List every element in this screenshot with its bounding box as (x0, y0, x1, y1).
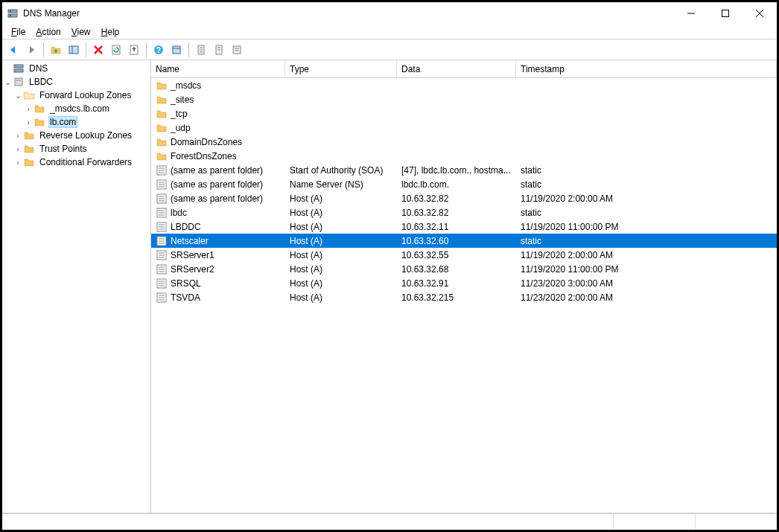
cell-type: Host (A) (285, 222, 397, 232)
tree-label: Conditional Forwarders (38, 157, 133, 167)
tree-node-rlz[interactable]: › Reverse Lookup Zones (2, 129, 150, 142)
record-icon (156, 249, 168, 261)
record-icon (156, 207, 168, 219)
list-row[interactable]: LBDDCHost (A)10.63.32.1111/19/2020 11:00… (151, 219, 777, 234)
list-row[interactable]: SRSQLHost (A)10.63.32.9111/23/2020 3:00:… (151, 276, 777, 290)
list-row[interactable]: DomainDnsZones (151, 135, 777, 149)
maximize-button[interactable] (708, 2, 743, 25)
tree-node-msdcs[interactable]: › _msdcs.lb.com (2, 102, 150, 115)
folder-icon (23, 143, 35, 155)
list-row[interactable]: _sites (151, 92, 777, 106)
chevron-down-icon[interactable]: ⌄ (2, 77, 13, 87)
column-header-data[interactable]: Data (397, 60, 516, 77)
list-row[interactable]: _udp (151, 121, 777, 135)
folder-icon (23, 156, 35, 168)
list-row[interactable]: _msdcs (151, 78, 777, 92)
list-row[interactable]: (same as parent folder)Host (A)10.63.32.… (151, 191, 777, 205)
svg-rect-23 (233, 46, 241, 54)
column-header-name[interactable]: Name (151, 60, 285, 77)
delete-button[interactable] (90, 42, 106, 58)
list-row[interactable]: SRServer2Host (A)10.63.32.6811/19/2020 1… (151, 262, 777, 276)
titlebar: DNS Manager (2, 2, 777, 25)
list-row[interactable]: lbdcHost (A)10.63.32.82static (151, 205, 777, 219)
cell-type: Name Server (NS) (285, 179, 397, 190)
tree-node-dns[interactable]: DNS (2, 62, 150, 75)
app-window: DNS Manager File Action View Help ? (1, 1, 778, 531)
svg-rect-29 (16, 80, 21, 81)
refresh-button[interactable] (108, 42, 124, 58)
menu-file[interactable]: File (7, 25, 30, 39)
menu-help[interactable]: Help (97, 25, 124, 39)
toolbar: ? (2, 39, 777, 60)
tree-node-flz[interactable]: ⌄ Forward Lookup Zones (2, 89, 150, 102)
tree-pane[interactable]: DNS ⌄ LBDC ⌄ Forward Lookup Zones › _msd… (2, 60, 151, 513)
main-pane: DNS ⌄ LBDC ⌄ Forward Lookup Zones › _msd… (2, 60, 777, 513)
tree-node-cf[interactable]: › Conditional Forwarders (2, 156, 150, 169)
list-row[interactable]: (same as parent folder)Start of Authorit… (151, 163, 777, 177)
record-icon (156, 278, 168, 289)
folder-open-icon (23, 89, 35, 101)
close-button[interactable] (743, 2, 777, 25)
cell-timestamp: 11/23/2020 2:00:00 AM (516, 292, 777, 303)
list-row[interactable]: _tcp (151, 106, 777, 121)
svg-rect-8 (69, 46, 78, 54)
svg-rect-1 (8, 14, 17, 17)
chevron-right-icon[interactable]: › (23, 104, 34, 113)
chevron-down-icon[interactable]: ⌄ (13, 91, 23, 100)
window-title: DNS Manager (23, 8, 80, 19)
tree-node-tp[interactable]: › Trust Points (2, 142, 150, 156)
cell-name: _msdcs (171, 80, 201, 91)
cell-timestamp: 11/19/2020 11:00:00 PM (516, 264, 777, 275)
show-hide-tree-button[interactable] (66, 42, 82, 58)
statusbar (2, 513, 777, 530)
chevron-right-icon[interactable]: › (23, 118, 34, 126)
cell-timestamp: static (516, 165, 777, 176)
folder-icon (23, 129, 35, 141)
cell-type: Host (A) (285, 264, 397, 275)
export-button[interactable] (126, 42, 142, 58)
toolbar-separator (43, 42, 44, 57)
chevron-right-icon[interactable]: › (13, 158, 23, 167)
chevron-right-icon[interactable]: › (13, 131, 23, 140)
record-icon (156, 263, 168, 275)
cell-type: Host (A) (285, 250, 397, 260)
new-record2-button[interactable] (211, 42, 227, 58)
tree-label-selected: lb.com (48, 116, 77, 128)
back-button[interactable] (5, 42, 22, 58)
cell-timestamp: static (516, 208, 777, 218)
minimize-button[interactable] (674, 2, 708, 25)
list-body[interactable]: _msdcs_sites_tcp_udpDomainDnsZonesForest… (151, 78, 777, 513)
filter-button[interactable] (229, 42, 245, 58)
properties-button[interactable] (168, 42, 185, 58)
cell-data: 10.63.32.68 (397, 264, 516, 275)
list-row[interactable]: SRServer1Host (A)10.63.32.5511/19/2020 2… (151, 248, 777, 262)
up-button[interactable] (48, 42, 64, 58)
column-header-type[interactable]: Type (285, 60, 397, 77)
cell-name: _tcp (171, 109, 188, 119)
cell-name: SRSQL (171, 278, 201, 289)
cell-type: Host (A) (285, 292, 397, 303)
cell-data: 10.63.32.82 (397, 208, 516, 218)
chevron-right-icon[interactable]: › (13, 144, 23, 153)
cell-data: 10.63.32.91 (397, 278, 516, 289)
list-row[interactable]: TSVDAHost (A)10.63.32.21511/23/2020 2:00… (151, 290, 777, 304)
menu-view[interactable]: View (67, 25, 95, 39)
tree-node-server[interactable]: ⌄ LBDC (2, 75, 150, 89)
tree-label: DNS (28, 63, 49, 74)
cell-name: Netscaler (171, 236, 209, 246)
cell-name: TSVDA (171, 292, 200, 303)
list-row[interactable]: ForestDnsZones (151, 149, 777, 163)
svg-point-2 (10, 10, 11, 12)
folder-icon (34, 103, 45, 115)
list-row[interactable]: NetscalerHost (A)10.63.32.60static (151, 234, 777, 248)
menu-action[interactable]: Action (31, 25, 65, 39)
cell-name: SRServer1 (171, 250, 214, 260)
column-header-timestamp[interactable]: Timestamp (516, 60, 777, 77)
help-button[interactable]: ? (150, 42, 167, 58)
cell-timestamp: static (516, 179, 777, 190)
new-record-button[interactable] (193, 42, 209, 58)
tree-node-lbcom[interactable]: › lb.com (2, 115, 150, 129)
forward-button[interactable] (23, 42, 39, 58)
list-row[interactable]: (same as parent folder)Name Server (NS)l… (151, 177, 777, 191)
cell-name: ForestDnsZones (171, 151, 237, 161)
